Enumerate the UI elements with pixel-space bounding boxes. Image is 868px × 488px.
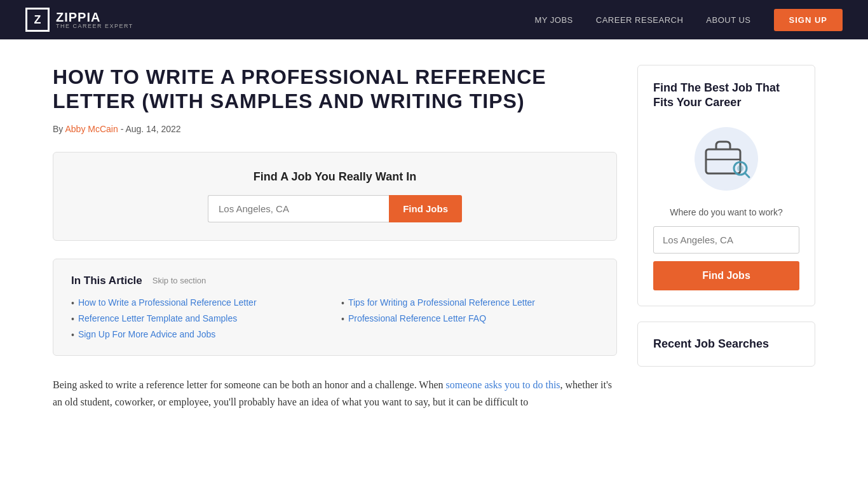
- job-search-box: Find A Job You Really Want In Find Jobs: [53, 152, 617, 241]
- svg-line-4: [745, 173, 749, 177]
- article-link-4[interactable]: Professional Reference Letter FAQ: [348, 313, 486, 323]
- illus-briefcase: [701, 135, 752, 182]
- logo-name: ZIPPIA: [56, 10, 100, 24]
- nav-career-research[interactable]: CAREER RESEARCH: [596, 15, 684, 25]
- job-search-row: Find Jobs: [208, 195, 462, 222]
- sidebar-find-jobs-button[interactable]: Find Jobs: [653, 261, 799, 290]
- sidebar-job-card: Find The Best Job That Fits Your Career: [637, 65, 815, 306]
- job-search-input[interactable]: [208, 195, 389, 222]
- briefcase-icon: [701, 135, 752, 180]
- sidebar: Find The Best Job That Fits Your Career: [637, 65, 815, 410]
- recent-searches-title: Recent Job Searches: [653, 337, 799, 351]
- article-link-item: Sign Up For More Advice and Jobs: [71, 329, 329, 340]
- main-content: HOW TO WRITE A PROFESSIONAL REFERENCE LE…: [53, 65, 617, 410]
- logo[interactable]: Z ZIPPIA THE CAREER EXPERT: [25, 8, 133, 32]
- in-article-title: In This Article: [71, 274, 142, 287]
- skip-section[interactable]: Skip to section: [153, 276, 207, 285]
- article-link-1[interactable]: How to Write a Professional Reference Le…: [78, 297, 257, 308]
- job-search-title: Find A Job You Really Want In: [74, 170, 596, 184]
- navbar-links: MY JOBS CAREER RESEARCH ABOUT US SIGN UP: [534, 9, 843, 31]
- in-article-links: How to Write a Professional Reference Le…: [71, 297, 599, 340]
- article-meta: By Abby McCain - Aug. 14, 2022: [53, 124, 617, 134]
- article-date: - Aug. 14, 2022: [121, 124, 181, 134]
- article-link-item: Reference Letter Template and Samples: [71, 313, 329, 324]
- page-wrapper: HOW TO WRITE A PROFESSIONAL REFERENCE LE…: [27, 39, 841, 410]
- in-article-box: In This Article Skip to section How to W…: [53, 259, 617, 356]
- article-link-2[interactable]: Tips for Writing a Professional Referenc…: [348, 297, 535, 308]
- signup-button[interactable]: SIGN UP: [774, 9, 843, 31]
- sidebar-location-input[interactable]: [653, 226, 799, 254]
- article-link-3[interactable]: Reference Letter Template and Samples: [78, 313, 237, 323]
- author-link[interactable]: Abby McCain: [65, 124, 118, 134]
- job-search-button[interactable]: Find Jobs: [389, 195, 462, 222]
- article-link-item: Tips for Writing a Professional Referenc…: [341, 297, 599, 308]
- sidebar-recent-searches: Recent Job Searches: [637, 322, 815, 367]
- nav-about-us[interactable]: ABOUT US: [706, 15, 750, 25]
- logo-tagline: THE CAREER EXPERT: [56, 23, 133, 29]
- article-link-item: Professional Reference Letter FAQ: [341, 313, 599, 324]
- article-link-5[interactable]: Sign Up For More Advice and Jobs: [78, 329, 215, 339]
- nav-my-jobs[interactable]: MY JOBS: [534, 15, 573, 25]
- logo-icon: Z: [25, 8, 50, 32]
- article-link-item: How to Write a Professional Reference Le…: [71, 297, 329, 308]
- meta-prefix: By: [53, 124, 63, 134]
- logo-text-group: ZIPPIA THE CAREER EXPERT: [56, 10, 133, 29]
- navbar: Z ZIPPIA THE CAREER EXPERT MY JOBS CAREE…: [0, 0, 868, 39]
- sidebar-card-title: Find The Best Job That Fits Your Career: [653, 81, 799, 111]
- svg-point-3: [737, 165, 743, 172]
- sidebar-illustration: [653, 121, 799, 197]
- body-text-start: Being asked to write a reference letter …: [53, 379, 446, 390]
- svg-rect-0: [706, 149, 740, 173]
- in-article-header: In This Article Skip to section: [71, 274, 599, 287]
- body-paragraph-1: Being asked to write a reference letter …: [53, 376, 617, 410]
- sidebar-where-label: Where do you want to work?: [653, 207, 799, 217]
- article-title: HOW TO WRITE A PROFESSIONAL REFERENCE LE…: [53, 65, 617, 114]
- body-link[interactable]: someone asks you to do this: [446, 379, 560, 390]
